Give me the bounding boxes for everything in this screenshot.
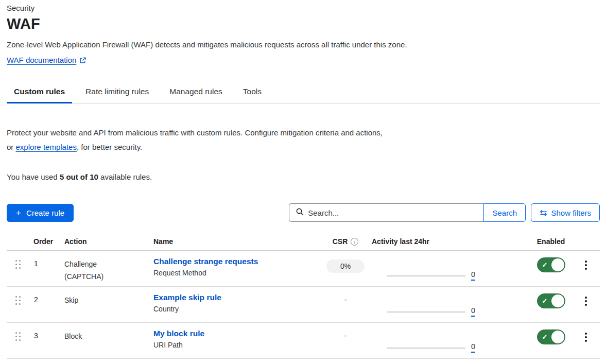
waf-page: Security WAF Zone-level Web Application …: [0, 0, 606, 359]
search-box: [289, 203, 483, 222]
header-activity: Activity last 24hr: [372, 237, 481, 246]
rules-toolbar: + Create rule Search ⇆ Show filt: [7, 203, 600, 222]
kebab-menu[interactable]: [582, 296, 590, 322]
plus-icon: +: [16, 209, 21, 217]
rule-name-link[interactable]: Example skip rule: [153, 293, 221, 302]
activity-count-link[interactable]: 0: [471, 271, 475, 279]
enabled-toggle[interactable]: ✓: [537, 293, 565, 308]
table-row: 2 Skip Example skip rule Country - 0 ✓: [7, 287, 600, 323]
tab-tools[interactable]: Tools: [236, 82, 269, 103]
waf-documentation-link-label: WAF documentation: [7, 56, 76, 64]
search-group: Search: [289, 203, 526, 222]
kebab-menu[interactable]: [582, 259, 590, 286]
activity-count-link[interactable]: 0: [471, 307, 475, 315]
rules-usage-text: You have used 5 out of 10 available rule…: [7, 172, 600, 181]
rule-action: Challenge (CAPTCHA): [64, 258, 116, 283]
show-filters-button[interactable]: ⇆ Show filters: [531, 203, 600, 222]
usage-count: 5 out of 10: [60, 172, 98, 181]
activity-sparkline: [387, 275, 465, 276]
create-rule-button[interactable]: + Create rule: [7, 204, 74, 222]
check-icon: ✓: [542, 261, 548, 269]
activity-count-link[interactable]: 0: [471, 343, 475, 351]
rules-table-header: Order Action Name CSR i Activity last 24…: [7, 237, 600, 251]
tab-custom-rules[interactable]: Custom rules: [7, 82, 72, 103]
check-icon: ✓: [542, 297, 548, 305]
rule-order: 1: [28, 251, 59, 286]
activity-sparkline: [387, 311, 465, 313]
swap-arrows-icon: ⇆: [540, 209, 547, 217]
header-order: Order: [28, 237, 59, 246]
rule-field: Request Method: [153, 269, 319, 277]
toggle-knob: [551, 258, 564, 271]
table-body: 1 Challenge (CAPTCHA) Challenge strange …: [7, 251, 600, 359]
create-rule-label: Create rule: [26, 209, 64, 217]
search-button[interactable]: Search: [483, 203, 526, 222]
page-title: WAF: [7, 15, 600, 32]
table-row: 3 Block My block rule URI Path - 0 ✓: [7, 323, 600, 359]
table-row: 1 Challenge (CAPTCHA) Challenge strange …: [7, 251, 600, 287]
rule-name-link[interactable]: Challenge strange requests: [153, 257, 258, 266]
header-enabled: Enabled: [537, 237, 565, 246]
explore-templates-link[interactable]: explore templates: [16, 143, 77, 151]
search-icon: [296, 207, 304, 218]
usage-suffix: available rules.: [98, 172, 152, 181]
external-link-icon: [79, 57, 86, 64]
rule-action: Block: [64, 330, 82, 342]
csr-value: -: [344, 332, 347, 340]
rule-field: URI Path: [153, 341, 319, 349]
check-icon: ✓: [542, 333, 548, 341]
page-description: Zone-level Web Application Firewall (WAF…: [7, 40, 600, 49]
toggle-knob: [551, 294, 564, 307]
rule-field: Country: [153, 305, 319, 313]
rule-order: 3: [28, 323, 59, 358]
csr-value: -: [344, 296, 347, 304]
breadcrumb: Security: [7, 4, 600, 12]
custom-rules-intro: Protect your website and API from malici…: [7, 126, 385, 154]
tab-rate-limiting-rules[interactable]: Rate limiting rules: [78, 82, 156, 103]
csr-info-icon[interactable]: i: [351, 238, 358, 246]
rule-name-link[interactable]: My block rule: [153, 329, 204, 338]
rules-table: Order Action Name CSR i Activity last 24…: [7, 237, 600, 359]
enabled-toggle[interactable]: ✓: [537, 330, 565, 344]
rule-order: 2: [28, 287, 59, 322]
drag-handle-icon[interactable]: [15, 296, 21, 322]
header-name: Name: [148, 237, 319, 246]
drag-handle-icon[interactable]: [15, 260, 21, 286]
header-action: Action: [59, 237, 148, 246]
toggle-knob: [551, 331, 564, 343]
activity-sparkline: [387, 348, 465, 349]
header-csr: CSR: [333, 237, 348, 246]
drag-handle-icon[interactable]: [15, 332, 21, 358]
usage-prefix: You have used: [7, 172, 60, 181]
kebab-menu[interactable]: [582, 332, 590, 358]
enabled-toggle[interactable]: ✓: [537, 257, 565, 272]
search-input[interactable]: [308, 209, 478, 217]
rule-action: Skip: [64, 294, 78, 306]
tab-managed-rules[interactable]: Managed rules: [162, 82, 230, 103]
show-filters-label: Show filters: [551, 209, 591, 217]
csr-value: 0%: [326, 259, 365, 273]
waf-tab-bar: Custom rules Rate limiting rules Managed…: [7, 82, 600, 103]
intro-text-after: , for better security.: [77, 143, 142, 151]
waf-documentation-link[interactable]: WAF documentation: [7, 56, 86, 64]
